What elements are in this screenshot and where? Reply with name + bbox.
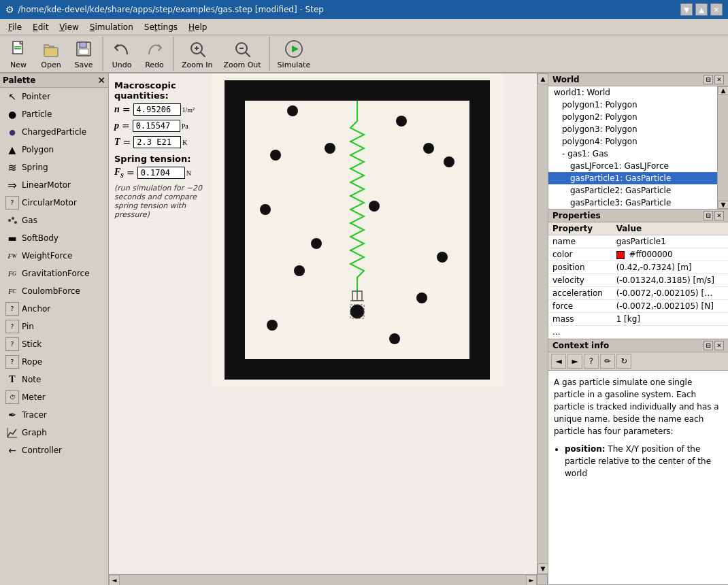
context-back-button[interactable]: ◄ [551, 354, 566, 369]
menu-edit[interactable]: Edit [27, 21, 54, 33]
palette-close-button[interactable]: ✕ [97, 75, 105, 86]
svg-point-46 [267, 320, 278, 331]
Fs-value: 0.1704 [137, 167, 185, 179]
palette-item-gas[interactable]: Gas [0, 212, 108, 229]
prop-color-value[interactable]: #ff000000 [612, 248, 728, 261]
svg-point-37 [423, 143, 434, 154]
prop-force-value[interactable]: (-0.0072,-0.002105) [N] [612, 300, 728, 313]
canvas-area[interactable]: Macroscopic quantities: n = 4.95206 1/m²… [109, 73, 548, 585]
prop-position-value[interactable]: (0.42,-0.7324) [m] [612, 261, 728, 274]
palette-item-label: Pin [22, 322, 34, 331]
undo-button[interactable]: Undo [106, 36, 137, 71]
open-button[interactable]: Open [35, 36, 67, 71]
circular-motor-icon: ? [5, 196, 19, 210]
scroll-track-v[interactable] [537, 84, 548, 563]
world-scroll-down[interactable]: ▼ [718, 201, 728, 209]
tree-item-polygon2[interactable]: polygon2: Polygon [548, 111, 717, 123]
palette-item-pointer[interactable]: ↖ Pointer [0, 88, 108, 105]
new-label: New [10, 61, 27, 69]
n-unit: 1/m² [182, 106, 195, 114]
palette-item-meter[interactable]: ⏱ Meter [0, 388, 108, 406]
palette-item-rope[interactable]: ? Rope [0, 353, 108, 371]
menu-settings[interactable]: Settings [139, 21, 183, 33]
palette-item-charged-particle[interactable]: ● ChargedParticle [0, 123, 108, 141]
palette-item-particle[interactable]: ● Particle [0, 105, 108, 123]
context-edit-button[interactable]: ✏ [600, 354, 615, 369]
menu-simulation[interactable]: Simulation [84, 21, 139, 33]
svg-rect-27 [469, 80, 490, 380]
tree-item-polygon3[interactable]: polygon3: Polygon [548, 123, 717, 135]
close-button[interactable]: ✕ [710, 3, 723, 16]
tree-item-gasparticle2[interactable]: gasParticle2: GasParticle [548, 184, 717, 197]
horizontal-scrollbar[interactable]: ◄ ► [109, 574, 537, 585]
world-scrollbar[interactable]: ▲ ▼ [717, 86, 728, 209]
palette-item-tracer[interactable]: ✒ Tracer [0, 406, 108, 424]
tree-item-gasparticle1[interactable]: gasParticle1: GasParticle [548, 172, 717, 184]
prop-acceleration-value[interactable]: (-0.0072,-0.002105) [… [612, 287, 728, 300]
palette-item-graph[interactable]: Graph [0, 424, 108, 441]
palette-item-label: Rope [22, 357, 42, 367]
new-button[interactable]: New [3, 36, 34, 71]
palette-item-polygon[interactable]: ▲ Polygon [0, 141, 108, 158]
palette-item-coulomb-force[interactable]: FC CoulombForce [0, 282, 108, 300]
scroll-down-button[interactable]: ▼ [537, 563, 548, 574]
palette-item-label: Note [22, 375, 41, 384]
menu-help[interactable]: Help [183, 21, 212, 33]
prop-velocity-value[interactable]: (-0.01324,0.3185) [m/s] [612, 274, 728, 287]
minimize-button[interactable]: ▼ [680, 3, 693, 16]
scroll-track-h[interactable] [120, 575, 526, 585]
palette-item-pin[interactable]: ? Pin [0, 318, 108, 335]
tree-item-polygon4[interactable]: polygon4: Polygon [548, 135, 717, 148]
zoom-out-button[interactable]: Zoom Out [218, 36, 265, 71]
prop-mass-value[interactable]: 1 [kg] [612, 313, 728, 326]
world-tree[interactable]: world1: World polygon1: Polygon polygon2… [548, 86, 717, 209]
zoom-in-button[interactable]: Zoom In [177, 36, 217, 71]
palette-item-stick[interactable]: ? Stick [0, 335, 108, 353]
simulate-button[interactable]: Simulate [273, 36, 316, 71]
props-col-value: Value [612, 222, 728, 235]
context-description: A gas particle simulate one single parti… [554, 376, 723, 437]
palette-item-gravitation-force[interactable]: FG GravitationForce [0, 265, 108, 282]
save-button[interactable]: Save [68, 36, 99, 71]
tree-item-gas1[interactable]: - gas1: Gas [548, 148, 717, 160]
palette-item-circular-motor[interactable]: ? CircularMotor [0, 194, 108, 212]
props-panel-expand-button[interactable]: ⊟ [704, 211, 713, 220]
tracer-icon: ✒ [5, 408, 19, 422]
scroll-up-button[interactable]: ▲ [537, 73, 548, 84]
palette-item-note[interactable]: T Note [0, 371, 108, 388]
simulation-canvas[interactable] [211, 73, 503, 402]
menu-file[interactable]: File [3, 21, 27, 33]
scroll-right-button[interactable]: ► [526, 575, 537, 585]
svg-rect-2 [14, 46, 21, 48]
tree-item-gasljforce1[interactable]: gasLJForce1: GasLJForce [548, 160, 717, 172]
context-forward-button[interactable]: ► [567, 354, 582, 369]
menu-view[interactable]: View [54, 21, 84, 33]
redo-button[interactable]: Redo [139, 36, 170, 71]
vertical-scrollbar[interactable]: ▲ ▼ [537, 73, 548, 574]
tree-item-gasparticle3[interactable]: gasParticle3: GasParticle [548, 197, 717, 209]
props-panel-close-button[interactable]: ✕ [714, 211, 724, 220]
palette-item-anchor[interactable]: ? Anchor [0, 300, 108, 318]
tree-item-world1[interactable]: world1: World [548, 86, 717, 99]
tree-item-polygon1[interactable]: polygon1: Polygon [548, 99, 717, 111]
prop-velocity-key: velocity [548, 274, 612, 287]
context-help-button[interactable]: ? [584, 354, 599, 369]
context-panel-close-button[interactable]: ✕ [714, 341, 724, 350]
zoom-out-icon [231, 38, 253, 60]
scroll-left-button[interactable]: ◄ [109, 575, 120, 585]
palette-item-controller[interactable]: ← Controller [0, 441, 108, 459]
palette-item-weight-force[interactable]: FW WeightForce [0, 247, 108, 265]
prop-name-value[interactable]: gasParticle1 [612, 235, 728, 248]
restore-button[interactable]: ▲ [695, 3, 708, 16]
context-panel-expand-button[interactable]: ⊟ [704, 341, 713, 350]
svg-rect-4 [44, 48, 58, 56]
palette-item-soft-body[interactable]: ▬ SoftBody [0, 229, 108, 247]
world-panel-expand-button[interactable]: ⊟ [704, 75, 713, 84]
context-refresh-button[interactable]: ↻ [616, 354, 631, 369]
palette-item-spring[interactable]: ≋ Spring [0, 158, 108, 176]
world-scroll-track[interactable] [718, 95, 728, 201]
world-panel-close-button[interactable]: ✕ [714, 75, 724, 84]
palette-item-linear-motor[interactable]: ⇒ LinearMotor [0, 176, 108, 194]
palette-item-label: Stick [22, 339, 42, 349]
world-scroll-up[interactable]: ▲ [718, 86, 728, 95]
